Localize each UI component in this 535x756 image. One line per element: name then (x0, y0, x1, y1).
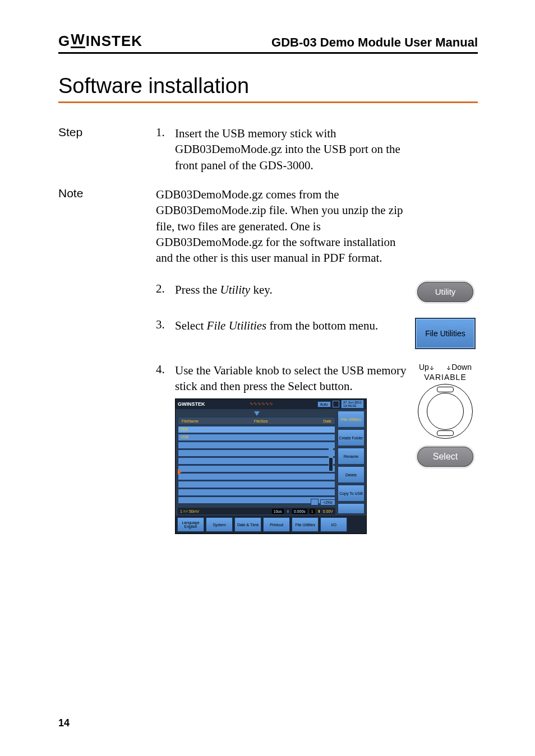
screenshot-file-row (178, 465, 335, 472)
screenshot-usb-icon (311, 499, 319, 505)
screenshot-file-row (178, 457, 335, 465)
screenshot-channel-marker-icon (178, 469, 182, 475)
screenshot-col-date: Date (323, 419, 331, 424)
screenshot-col-filename: FileName (182, 419, 199, 424)
screenshot-side-rename: Rename (338, 448, 365, 465)
screenshot-bottom-language: LanguageEnglish (177, 517, 204, 532)
manual-title: GDB-03 Demo Module User Manual (271, 35, 478, 50)
screenshot-waveform: ∿∿∿∿∿∿ (250, 401, 273, 407)
screenshot-bottom-system: System (206, 517, 233, 532)
screenshot-position-arrow-icon (254, 411, 260, 416)
step-4-number: 4. (156, 363, 175, 535)
screenshot-side-blank (338, 503, 365, 514)
step-2-number: 2. (156, 282, 175, 302)
step-label: Step (58, 126, 156, 173)
screenshot-freq-badge: <2Hz (320, 499, 335, 505)
screenshot-bottom-printout: Printout (263, 517, 290, 532)
page-number: 14 (58, 717, 70, 729)
screenshot-file-row (178, 449, 335, 457)
step-3-text: Select File Utilities from the bottom me… (175, 318, 413, 349)
screenshot-file-row (178, 481, 335, 488)
screenshot-side-create-folder: Create Folder (338, 429, 365, 446)
variable-knob[interactable]: Up Down VARIABLE (418, 363, 473, 439)
screenshot-file-row: Disk (178, 426, 335, 433)
step-4-text: Use the Variable knob to select the USB … (175, 363, 413, 535)
brand-logo: GWINSTEK (58, 33, 142, 50)
screenshot-datetime: 27 Jun 201113:46:02 (341, 400, 364, 409)
select-button[interactable]: Select (417, 447, 473, 467)
step-2-text: Press the Utility key. (175, 282, 413, 302)
screenshot-file-row (178, 489, 335, 496)
screenshot-brand: GWINSTEK (178, 401, 205, 407)
screenshot-scrollbar (329, 446, 333, 471)
screenshot-side-delete: Delete (338, 466, 365, 483)
screenshot-col-filesize: FileSize (254, 419, 268, 424)
screenshot-file-row (178, 473, 335, 480)
utility-key-button[interactable]: Utility (417, 282, 473, 302)
screenshot-side-copy-usb: Copy To USB (338, 485, 365, 502)
section-heading: Software installation (58, 74, 478, 103)
screenshot-bottom-io: I/O (320, 517, 347, 532)
note-label: Note (58, 187, 156, 266)
oscilloscope-screenshot: GWINSTEK ∿∿∿∿∿∿ Auto 27 Jun 201113:46:02 (175, 398, 367, 534)
step-3-number: 3. (156, 318, 175, 349)
screenshot-bottom-file-utilities: File Utilities (292, 517, 319, 532)
file-utilities-softkey[interactable]: File Utilities (415, 318, 476, 349)
step-1-number: 1. (156, 126, 175, 173)
step-1-text: Insert the USB memory stick with GDB03De… (175, 126, 413, 173)
variable-knob-label: VARIABLE (418, 373, 473, 382)
screenshot-trigger-icon (333, 401, 339, 407)
screenshot-auto-badge: Auto (317, 401, 331, 407)
screenshot-side-file-utilities: File Utilities (338, 411, 365, 428)
screenshot-file-row (178, 442, 335, 449)
note-text: GDB03DemoMode.gz comes from the GDB03Dem… (156, 187, 478, 266)
screenshot-file-row: USB (178, 434, 335, 441)
screenshot-status-bar: 1 == 50mV 10us ⏸ 0.000s 1 ⬆ 0.00V (178, 508, 335, 514)
screenshot-bottom-datetime: Date & Time (234, 517, 261, 532)
